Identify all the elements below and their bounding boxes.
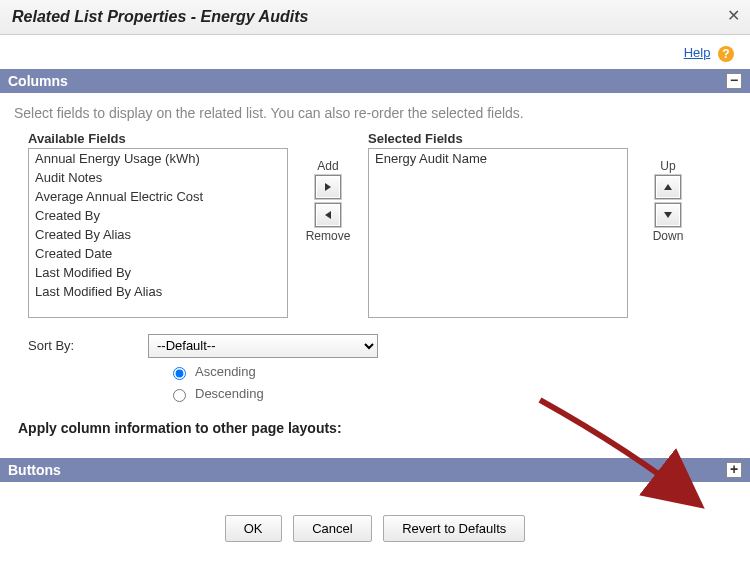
ascending-radio[interactable]: [173, 367, 186, 380]
columns-instruction: Select fields to display on the related …: [14, 105, 736, 121]
svg-marker-0: [325, 183, 331, 191]
add-remove-column: Add Remove: [298, 159, 358, 243]
buttons-expand-button[interactable]: +: [726, 462, 742, 478]
descending-label: Descending: [195, 386, 264, 401]
svg-marker-3: [664, 212, 672, 218]
arrow-up-icon: [663, 182, 673, 192]
down-button[interactable]: [655, 203, 681, 227]
available-fields-listbox[interactable]: Annual Energy Usage (kWh)Audit NotesAver…: [28, 148, 288, 318]
remove-button[interactable]: [315, 203, 341, 227]
list-item[interactable]: Annual Energy Usage (kWh): [29, 149, 287, 168]
selected-fields-label: Selected Fields: [368, 131, 628, 146]
list-item[interactable]: Last Modified By: [29, 263, 287, 282]
cancel-button[interactable]: Cancel: [293, 515, 371, 542]
svg-marker-2: [664, 184, 672, 190]
ascending-row: Ascending: [168, 364, 736, 380]
arrow-right-icon: [323, 182, 333, 192]
columns-section-body: Select fields to display on the related …: [0, 93, 750, 458]
ascending-label: Ascending: [195, 364, 256, 379]
list-item[interactable]: Average Annual Electric Cost: [29, 187, 287, 206]
list-item[interactable]: Audit Notes: [29, 168, 287, 187]
available-fields-label: Available Fields: [28, 131, 288, 146]
columns-collapse-button[interactable]: −: [726, 73, 742, 89]
help-link[interactable]: Help: [684, 45, 711, 60]
dialog-titlebar: Related List Properties - Energy Audits …: [0, 0, 750, 35]
dialog-footer: OK Cancel Revert to Defaults: [0, 503, 750, 554]
list-item[interactable]: Created Date: [29, 244, 287, 263]
arrow-down-icon: [663, 210, 673, 220]
ok-button[interactable]: OK: [225, 515, 282, 542]
list-item[interactable]: Energy Audit Name: [369, 149, 627, 168]
help-row: Help ?: [0, 35, 750, 68]
available-fields-column: Available Fields Annual Energy Usage (kW…: [28, 131, 288, 318]
sort-by-select[interactable]: --Default--: [148, 334, 378, 358]
descending-row: Descending: [168, 386, 736, 402]
dialog-body-scroll[interactable]: Columns − Select fields to display on th…: [0, 68, 750, 503]
close-icon[interactable]: ✕: [727, 6, 740, 25]
list-item[interactable]: Created By: [29, 206, 287, 225]
help-icon[interactable]: ?: [718, 46, 734, 62]
apply-layouts-heading: Apply column information to other page l…: [18, 420, 736, 436]
revert-button[interactable]: Revert to Defaults: [383, 515, 525, 542]
list-item[interactable]: Created By Alias: [29, 225, 287, 244]
down-label: Down: [653, 229, 684, 243]
columns-section-title: Columns: [8, 73, 68, 89]
sort-by-label: Sort By:: [28, 338, 108, 353]
up-down-column: Up Down: [638, 159, 698, 243]
buttons-section-title: Buttons: [8, 462, 61, 478]
list-item[interactable]: Last Modified By Alias: [29, 282, 287, 301]
remove-label: Remove: [306, 229, 351, 243]
arrow-left-icon: [323, 210, 333, 220]
descending-radio[interactable]: [173, 389, 186, 402]
up-button[interactable]: [655, 175, 681, 199]
buttons-section-header: Buttons +: [0, 458, 750, 482]
add-button[interactable]: [315, 175, 341, 199]
selected-fields-column: Selected Fields Energy Audit Name: [368, 131, 628, 318]
selected-fields-listbox[interactable]: Energy Audit Name: [368, 148, 628, 318]
sort-by-row: Sort By: --Default--: [28, 334, 736, 358]
dual-list-picker: Available Fields Annual Energy Usage (kW…: [28, 131, 736, 318]
add-label: Add: [317, 159, 338, 173]
svg-marker-1: [325, 211, 331, 219]
up-label: Up: [660, 159, 675, 173]
columns-section-header: Columns −: [0, 69, 750, 93]
dialog-title: Related List Properties - Energy Audits: [12, 8, 738, 26]
